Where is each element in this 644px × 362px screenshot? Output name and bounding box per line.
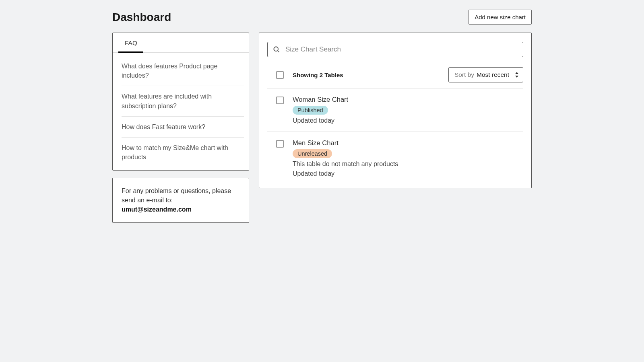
row-checkbox[interactable]: [276, 97, 284, 104]
table-row[interactable]: Men Size Chart Unreleased This table do …: [267, 132, 523, 185]
updated-text: Updated today: [293, 170, 398, 177]
add-size-chart-button[interactable]: Add new size chart: [469, 10, 532, 25]
status-badge: Published: [293, 106, 328, 115]
list-header: Showing 2 Tables Sort by Most recent: [267, 63, 523, 88]
page-title: Dashboard: [112, 11, 171, 24]
search-input[interactable]: [285, 45, 518, 53]
select-all-checkbox[interactable]: [276, 71, 284, 79]
faq-panel: FAQ What does features Product page incl…: [112, 33, 249, 171]
chart-title: Men Size Chart: [293, 139, 398, 147]
chart-title: Woman Size Chart: [293, 96, 348, 103]
faq-item[interactable]: What does features Product page includes…: [122, 56, 244, 86]
search-box[interactable]: [267, 42, 523, 57]
faq-item[interactable]: What features are included with subscrip…: [122, 86, 244, 116]
contact-text: For any problems or questions, please se…: [122, 187, 231, 204]
svg-marker-2: [515, 72, 518, 74]
sort-value: Most recent: [477, 71, 509, 78]
search-icon: [272, 45, 281, 53]
sort-chevron-icon: [515, 72, 519, 78]
faq-list[interactable]: What does features Product page includes…: [116, 56, 246, 167]
table-row[interactable]: Woman Size Chart Published Updated today: [267, 88, 523, 132]
tab-faq[interactable]: FAQ: [118, 33, 144, 52]
faq-item[interactable]: How does Fast feature work?: [122, 117, 244, 138]
svg-point-0: [274, 47, 278, 51]
svg-marker-3: [515, 76, 518, 78]
updated-text: Updated today: [293, 117, 348, 124]
status-badge: Unreleased: [293, 149, 332, 158]
faq-item[interactable]: How to match my Size&Me chart with produ…: [122, 138, 244, 167]
row-note: This table do not match any products: [293, 160, 398, 168]
size-charts-panel: Showing 2 Tables Sort by Most recent: [259, 33, 532, 188]
svg-line-1: [278, 51, 279, 52]
contact-email: umut@sizeandme.com: [122, 206, 192, 213]
contact-panel: For any problems or questions, please se…: [112, 178, 249, 223]
sort-label: Sort by: [454, 71, 474, 78]
page-header: Dashboard Add new size chart: [112, 2, 532, 33]
showing-count: Showing 2 Tables: [293, 72, 343, 78]
row-checkbox[interactable]: [276, 140, 284, 148]
sort-dropdown[interactable]: Sort by Most recent: [448, 67, 523, 82]
